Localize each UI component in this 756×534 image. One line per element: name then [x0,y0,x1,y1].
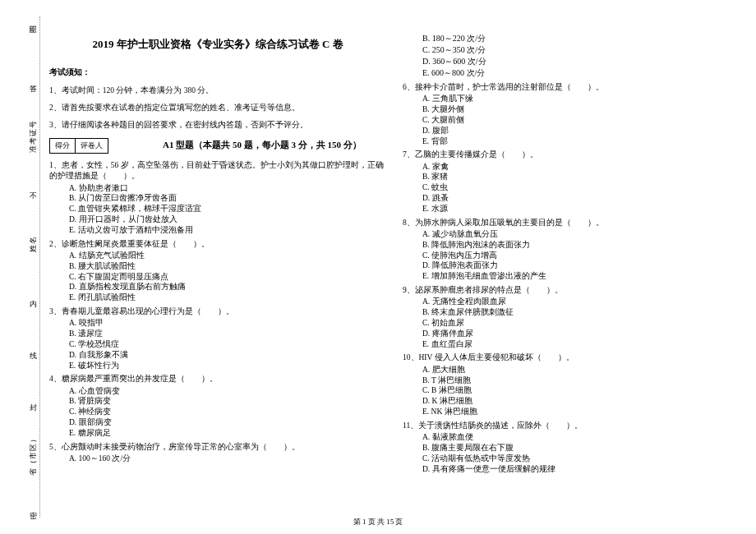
q9-opt-b: B. 终末血尿伴膀胱刺激征 [422,307,740,318]
q1-opt-d: D. 用开口器时，从门齿处放入 [69,214,386,225]
question-11: 11、关于溃疡性结肠炎的描述，应除外（ ）。 A. 黏液脓血便 B. 腹痛主要局… [403,421,740,475]
q5-opt-a: A. 100～160 次/分 [69,453,386,464]
page-footer: 第 1 页 共 15 页 [0,517,756,527]
score-label: 得分 [50,139,76,153]
notice-head: 考试须知： [49,67,386,78]
q5-stem: 5、心房颤动时未接受药物治疗，房室传导正常的心室率为（ ）。 [49,442,386,453]
left-column: 2019 年护士职业资格《专业实务》综合练习试卷 C 卷 考试须知： 1、考试时… [49,33,386,518]
side-mark-4: 封 [28,398,39,404]
q3-opt-c: C. 学校恐惧症 [69,339,386,350]
q11-opt-a: A. 黏液脓血便 [422,432,740,443]
question-5: 5、心房颤动时未接受药物治疗，房室传导正常的心室率为（ ）。 A. 100～16… [49,442,386,464]
q7-opt-c: C. 蚊虫 [422,182,740,193]
q10-stem: 10、HIV 侵入人体后主要侵犯和破坏（ ）。 [403,352,740,363]
q11-stem: 11、关于溃疡性结肠炎的描述，应除外（ ）。 [403,421,740,431]
q9-opt-c: C. 初始血尿 [422,318,740,329]
q2-opt-d: D. 直肠指检发现直肠右前方触痛 [69,282,386,292]
q6-opt-a: A. 三角肌下缘 [422,94,740,104]
q3-opt-b: B. 遗尿症 [69,329,386,339]
question-8: 8、为肺水肿病人采取加压吸氧的主要目的是（ ）。 A. 减少动脉血氧分压 B. … [403,218,740,282]
q4-opt-c: C. 神经病变 [69,407,386,417]
question-4: 4、糖尿病最严重而突出的并发症是（ ）。 A. 心血管病变 B. 肾脏病变 C.… [49,374,386,438]
exam-title: 2019 年护士职业资格《专业实务》综合练习试卷 C 卷 [49,37,386,52]
q4-opt-a: A. 心血管病变 [69,386,386,397]
q6-stem: 6、接种卡介苗时，护士常选用的注射部位是（ ）。 [403,82,740,93]
q9-stem: 9、泌尿系肿瘤患者排尿的特点是（ ）。 [403,285,740,296]
q3-opt-e: E. 破坏性行为 [69,361,386,371]
q1-opt-a: A. 协助患者漱口 [69,183,386,194]
q6-opt-b: B. 大腿外侧 [422,104,740,115]
question-3: 3、青春期儿童最容易出现的心理行为是（ ）。 A. 咬指甲 B. 遗尿症 C. … [49,306,386,371]
region-field: 省（市区） [28,434,39,475]
q6-opt-c: C. 大腿前侧 [422,115,740,126]
side-mark-2: 内 [28,294,39,301]
notice-1: 1、考试时间：120 分钟，本卷满分为 380 分。 [49,85,386,96]
side-circle: 圈 [28,24,39,32]
question-10: 10、HIV 侵入人体后主要侵犯和破坏（ ）。 A. 肥大细胞 B. T 淋巴细… [403,352,740,417]
q4-opt-b: B. 肾脏病变 [69,396,386,407]
q7-opt-b: B. 家猪 [422,172,740,182]
q8-opt-a: A. 减少动脉血氧分压 [422,229,740,240]
q2-opt-a: A. 结肠充气试验阳性 [69,251,386,261]
q3-opt-d: D. 自我形象不满 [69,350,386,361]
q4-stem: 4、糖尿病最严重而突出的并发症是（ ）。 [49,374,386,384]
q10-opt-d: D. K 淋巴细胞 [422,396,740,407]
q2-opt-c: C. 右下腹固定而明显压痛点 [69,272,386,283]
q1-stem: 1、患者，女性，56 岁，高空坠落伤，目前处于昏迷状态。护士小刘为其做口腔护理时… [49,160,386,182]
q3-opt-a: A. 咬指甲 [69,318,386,329]
q5-opt-b: B. 180～220 次/分 [422,33,740,44]
q2-stem: 2、诊断急性阑尾炎最重要体征是（ ）。 [49,239,386,250]
part-a-title: A1 型题（本题共 50 题，每小题 3 分，共 150 分） [163,139,362,151]
q8-opt-e: E. 增加肺泡毛细血管渗出液的产生 [422,271,740,282]
q10-opt-b: B. T 淋巴细胞 [422,375,740,386]
q6-opt-d: D. 腹部 [422,126,740,136]
q3-stem: 3、青春期儿童最容易出现的心理行为是（ ）。 [49,306,386,317]
q9-opt-a: A. 无痛性全程肉眼血尿 [422,297,740,307]
q5-opt-d: D. 360～600 次/分 [422,56,740,67]
q10-opt-c: C. B 淋巴细胞 [422,385,740,396]
q7-opt-a: A. 家禽 [422,162,740,173]
q1-opt-b: B. 从门齿至臼齿擦净牙齿各面 [69,193,386,204]
question-6: 6、接种卡介苗时，护士常选用的注射部位是（ ）。 A. 三角肌下缘 B. 大腿外… [403,82,740,146]
q7-opt-e: E. 水源 [422,204,740,214]
q8-stem: 8、为肺水肿病人采取加压吸氧的主要目的是（ ）。 [403,218,740,228]
q8-opt-d: D. 降低肺泡表面张力 [422,260,740,271]
notice-3: 3、请仔细阅读各种题目的回答要求，在密封线内答题，否则不予评分。 [49,120,386,131]
score-box: 得分 评卷人 [49,138,108,154]
q10-opt-e: E. NK 淋巴细胞 [422,407,740,417]
side-mark-1: 答 [28,79,39,85]
q5-opt-c: C. 250～350 次/分 [422,44,740,56]
q10-opt-a: A. 肥大细胞 [422,365,740,375]
q11-opt-c: C. 活动期有低热或中等度发热 [422,453,740,464]
grader-label: 评卷人 [76,139,108,153]
q4-opt-d: D. 眼部病变 [69,417,386,428]
side-mark-5: 不 [28,186,39,193]
q11-opt-b: B. 腹痛主要局限在右下腹 [422,443,740,453]
q9-opt-d: D. 疼痛伴血尿 [422,329,740,339]
question-7: 7、乙脑的主要传播媒介是（ ）。 A. 家禽 B. 家猪 C. 蚊虫 D. 跳蚤… [403,150,740,214]
right-column: B. 180～220 次/分 C. 250～350 次/分 D. 360～600… [403,33,740,518]
q11-opt-d: D. 具有疼痛一便意一便后缓解的规律 [422,464,740,475]
question-9: 9、泌尿系肿瘤患者排尿的特点是（ ）。 A. 无痛性全程肉眼血尿 B. 终末血尿… [403,285,740,349]
q6-opt-e: E. 背部 [422,136,740,147]
q8-opt-b: B. 降低肺泡内泡沫的表面张力 [422,240,740,251]
q8-opt-c: C. 使肺泡内压力增高 [422,251,740,261]
q4-opt-e: E. 糖尿病足 [69,428,386,439]
q1-opt-e: E. 活动义齿可放于酒精中浸泡备用 [69,225,386,236]
side-mark-3: 线 [28,346,39,352]
q1-opt-c: C. 血管钳夹紧棉球，棉球干湿度适宜 [69,204,386,214]
binding-margin: 圈 答 准考证号 不 姓名 内 线 封 省（市区） 密 [16,0,49,534]
name-field: 姓名 [28,235,39,251]
side-mark-6: 密 [28,505,39,512]
q2-opt-b: B. 腰大肌试验阳性 [69,261,386,272]
q9-opt-e: E. 血红蛋白尿 [422,339,740,350]
notice-2: 2、请首先按要求在试卷的指定位置填写您的姓名、准考证号等信息。 [49,103,386,113]
exam-no-field: 准考证号 [28,119,39,152]
q7-stem: 7、乙脑的主要传播媒介是（ ）。 [403,150,740,160]
question-2: 2、诊断急性阑尾炎最重要体征是（ ）。 A. 结肠充气试验阳性 B. 腰大肌试验… [49,239,386,303]
q2-opt-e: E. 闭孔肌试验阳性 [69,292,386,303]
question-1: 1、患者，女性，56 岁，高空坠落伤，目前处于昏迷状态。护士小刘为其做口腔护理时… [49,160,386,236]
q5-opt-e: E. 600～800 次/分 [422,67,740,79]
q7-opt-d: D. 跳蚤 [422,193,740,204]
